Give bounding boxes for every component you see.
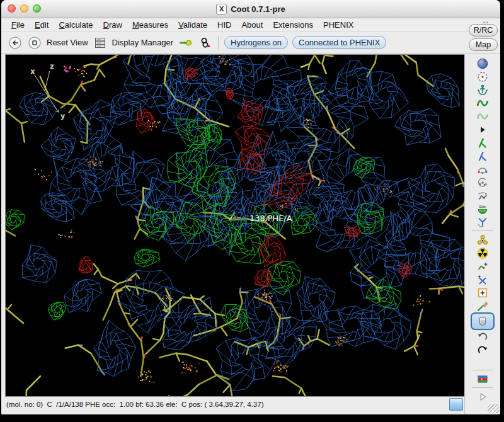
toolbar-separator: [472, 370, 493, 370]
delete-item-icon[interactable]: [471, 312, 495, 330]
menu-phenix[interactable]: PHENIX: [318, 20, 358, 30]
coot-window: X Coot 0.7.1-pre FileEditCalculateDrawMe…: [1, 0, 500, 414]
place-atom-at-pointer-icon[interactable]: [473, 286, 492, 299]
main-toolbar: Reset View Display Manager Hydrogens on …: [1, 31, 500, 54]
menubar: FileEditCalculateDrawMeasuresValidateHID…: [1, 18, 500, 31]
resize-grip[interactable]: [488, 404, 499, 413]
viewport-pane: xzy138 PHE/A (mol. no: 0) C /1/A/138 PHE…: [1, 54, 464, 414]
refine-zone-icon[interactable]: [473, 96, 492, 110]
regularize-zone-icon[interactable]: [473, 110, 492, 123]
menu-measures[interactable]: Measures: [127, 20, 173, 30]
menu-extensions[interactable]: Extensions: [268, 20, 318, 30]
3d-viewport[interactable]: xzy138 PHE/A: [6, 55, 464, 396]
azerbaijan-flag-icon[interactable]: [473, 372, 492, 385]
sphere-refine-icon[interactable]: [473, 57, 492, 70]
auto-fit-rotamer-icon[interactable]: [473, 136, 492, 149]
back-view-button[interactable]: [8, 35, 23, 50]
display-manager-icon[interactable]: [93, 35, 108, 50]
menu-validate[interactable]: Validate: [173, 20, 212, 30]
add-alt-conf-icon[interactable]: [473, 259, 492, 273]
edit-chi-angles-icon[interactable]: [473, 176, 492, 189]
flip-peptide-icon[interactable]: [473, 189, 492, 202]
svg-text:x: x: [31, 68, 35, 75]
map-button[interactable]: Map: [469, 38, 498, 51]
toolbar-separator: [218, 36, 219, 50]
undo-icon[interactable]: [473, 330, 492, 343]
close-button[interactable]: [8, 4, 16, 13]
menu-draw[interactable]: Draw: [98, 20, 127, 30]
x11-icon: X: [216, 4, 227, 14]
jiggle-fit-icon[interactable]: [473, 215, 492, 229]
titlebar: X Coot 0.7.1-pre: [1, 0, 500, 18]
toolbar-separator: [472, 231, 493, 231]
redo-icon[interactable]: [473, 343, 492, 356]
toolbar-separator: [472, 387, 493, 388]
svg-text:z: z: [50, 63, 54, 70]
status-scrollbar-thumb[interactable]: [449, 398, 463, 411]
reset-view-button[interactable]: Reset View: [47, 38, 88, 47]
display-manager-button[interactable]: Display Manager: [112, 38, 174, 47]
side-chain-flip-icon[interactable]: Side: [473, 202, 492, 215]
stop-button[interactable]: [27, 35, 42, 50]
add-terminal-nucleotide-icon[interactable]: [473, 233, 492, 246]
expand-icon[interactable]: [473, 390, 492, 403]
zoom-button[interactable]: [33, 4, 41, 13]
add-atom-icon[interactable]: [473, 273, 492, 286]
clear-pending-picks-icon[interactable]: [473, 299, 492, 312]
svg-text:Side: Side: [479, 205, 486, 208]
menu-calculate[interactable]: Calculate: [54, 20, 98, 30]
model-toolbar: Side: [464, 54, 500, 414]
statusbar: (mol. no: 0) C /1/A/138 PHE occ: 1.00 bf…: [5, 397, 464, 412]
go-to-atom-icon[interactable]: [178, 35, 193, 50]
rotate-translate-icon[interactable]: [473, 163, 492, 176]
status-text: (mol. no: 0) C /1/A/138 PHE occ: 1.00 bf…: [6, 401, 449, 408]
rrc-button[interactable]: R/RC: [469, 24, 498, 37]
minimize-button[interactable]: [20, 4, 28, 13]
menu-file[interactable]: File: [6, 20, 30, 30]
menu-about[interactable]: About: [236, 20, 268, 30]
rotamers-icon[interactable]: [473, 149, 492, 163]
menu-edit[interactable]: Edit: [30, 20, 54, 30]
target-refine-icon[interactable]: [473, 70, 492, 83]
phenix-connection-button[interactable]: Connected to PHENIX: [292, 36, 386, 49]
molecule-icon[interactable]: [197, 35, 212, 50]
fix-atoms-icon[interactable]: [473, 83, 492, 96]
window-title: Coot 0.7.1-pre: [231, 4, 285, 14]
svg-text:y: y: [61, 113, 65, 120]
hydrogens-toggle-button[interactable]: Hydrogens on: [224, 36, 288, 49]
more-tools-icon[interactable]: [473, 123, 492, 136]
traffic-lights: [8, 4, 41, 13]
add-terminal-residue-icon[interactable]: [473, 246, 492, 259]
menu-hid[interactable]: HID: [212, 20, 236, 30]
atom-label: 138 PHE/A: [249, 214, 292, 223]
